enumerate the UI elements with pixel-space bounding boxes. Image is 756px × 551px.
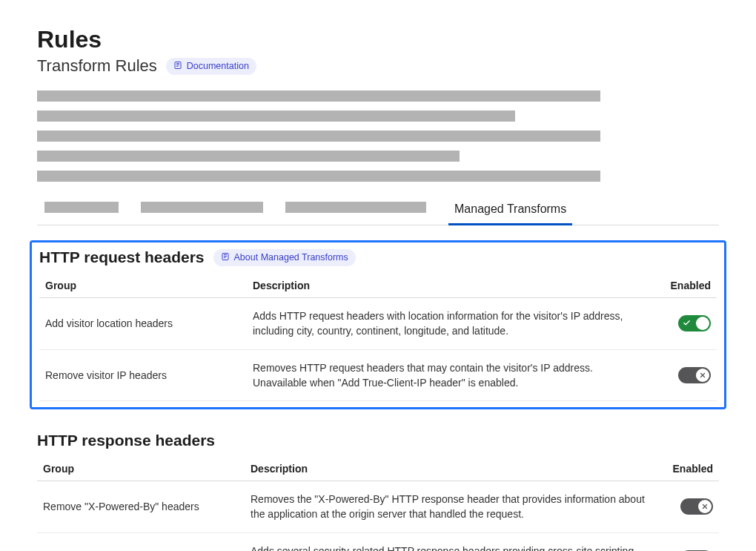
request-section-header: HTTP request headers About Managed Trans… (39, 248, 717, 266)
row-group: Add security headers (37, 532, 245, 551)
row-description: Removes HTTP request headers that may co… (247, 349, 665, 401)
tabs: Managed Transforms (37, 197, 719, 225)
toggle-knob (696, 317, 709, 330)
table-row: Remove visitor IP headers Removes HTTP r… (39, 349, 717, 401)
toggle-remove-visitor-ip[interactable] (678, 367, 711, 383)
toggle-knob (698, 500, 712, 513)
page-title: Rules (37, 26, 719, 53)
placeholder-line (37, 131, 600, 142)
row-group: Remove visitor IP headers (39, 349, 247, 401)
book-icon (221, 252, 230, 263)
table-row: Add security headers Adds several securi… (37, 532, 719, 551)
placeholder-line (37, 110, 515, 122)
close-icon (699, 369, 706, 381)
book-icon (173, 61, 182, 72)
toggle-knob (696, 369, 709, 382)
column-description: Description (247, 274, 665, 298)
check-icon (683, 317, 691, 329)
table-row: Add visitor location headers Adds HTTP r… (39, 298, 717, 350)
row-group: Add visitor location headers (39, 298, 247, 350)
row-description: Removes the "X-Powered-By" HTTP response… (245, 481, 667, 533)
response-section-title: HTTP response headers (37, 432, 719, 449)
tab-placeholder[interactable] (285, 202, 426, 213)
placeholder-line (37, 171, 600, 182)
column-enabled: Enabled (667, 457, 719, 481)
column-group: Group (39, 274, 247, 298)
response-headers-table: Group Description Enabled Remove "X-Powe… (37, 457, 719, 551)
about-label: About Managed Transforms (234, 252, 348, 263)
placeholder-line (37, 90, 600, 102)
request-headers-table: Group Description Enabled Add visitor lo… (39, 274, 717, 401)
tab-managed-transforms[interactable]: Managed Transforms (448, 197, 572, 225)
table-row: Remove "X-Powered-By" headers Removes th… (37, 481, 719, 533)
column-enabled: Enabled (665, 274, 717, 298)
placeholder-description (37, 90, 719, 182)
page-subtitle: Transform Rules (37, 56, 157, 76)
about-managed-transforms-link[interactable]: About Managed Transforms (213, 249, 356, 266)
toggle-remove-x-powered-by[interactable] (680, 498, 713, 515)
request-section-title: HTTP request headers (39, 248, 205, 266)
documentation-label: Documentation (187, 61, 249, 71)
row-group: Remove "X-Powered-By" headers (37, 481, 245, 533)
request-headers-highlight: HTTP request headers About Managed Trans… (30, 240, 726, 409)
tab-placeholder[interactable] (44, 202, 119, 213)
column-group: Group (37, 457, 245, 481)
toggle-add-visitor-location[interactable] (678, 315, 711, 331)
subtitle-row: Transform Rules Documentation (37, 56, 719, 76)
documentation-link[interactable]: Documentation (166, 58, 256, 75)
close-icon (701, 501, 709, 512)
row-description: Adds several security-related HTTP respo… (245, 532, 667, 551)
column-description: Description (245, 457, 667, 481)
placeholder-line (37, 151, 460, 162)
row-description: Adds HTTP request headers with location … (247, 298, 665, 350)
tab-placeholder[interactable] (141, 202, 263, 213)
